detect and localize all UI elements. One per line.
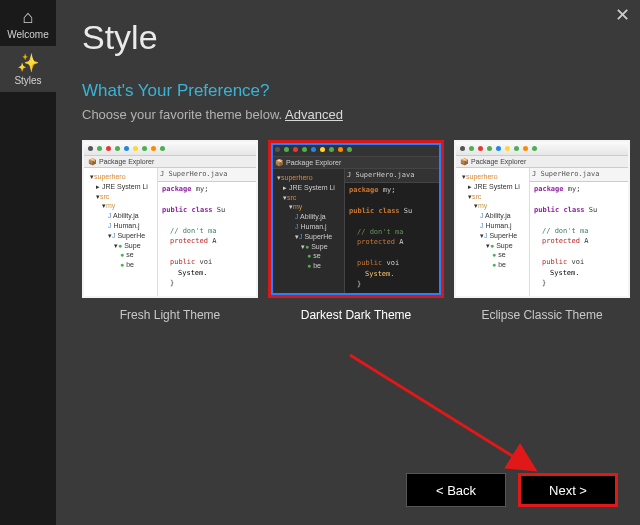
home-icon: ⌂ xyxy=(23,8,34,26)
description-text: Choose your favorite theme below. xyxy=(82,107,285,122)
advanced-link[interactable]: Advanced xyxy=(285,107,343,122)
page-subtitle: What's Your Preference? xyxy=(82,81,614,101)
theme-card-fresh-light[interactable]: 📦Package Explorer ▾superhero ▸ JRE Syste… xyxy=(82,140,258,322)
sparkle-icon: ✨ xyxy=(17,54,39,72)
sidebar-item-label: Styles xyxy=(14,75,41,86)
sidebar-item-label: Welcome xyxy=(7,29,49,40)
theme-preview: 📦Package Explorer ▾superhero ▸ JRE Syste… xyxy=(268,140,444,298)
theme-label: Fresh Light Theme xyxy=(120,308,221,322)
sidebar: ⌂ Welcome ✨ Styles xyxy=(0,0,56,525)
sidebar-item-welcome[interactable]: ⌂ Welcome xyxy=(0,0,56,46)
main-content: Style What's Your Preference? Choose you… xyxy=(56,0,640,525)
page-title: Style xyxy=(82,18,614,57)
theme-list: 📦Package Explorer ▾superhero ▸ JRE Syste… xyxy=(82,140,614,322)
theme-label: Darkest Dark Theme xyxy=(301,308,411,322)
page-description: Choose your favorite theme below. Advanc… xyxy=(82,107,614,122)
footer-buttons: < Back Next > xyxy=(406,473,618,507)
theme-card-eclipse-classic[interactable]: 📦Package Explorer ▾superhero ▸ JRE Syste… xyxy=(454,140,630,322)
back-button[interactable]: < Back xyxy=(406,473,506,507)
explorer-title: Package Explorer xyxy=(99,158,154,165)
theme-label: Eclipse Classic Theme xyxy=(481,308,602,322)
theme-preview: 📦Package Explorer ▾superhero ▸ JRE Syste… xyxy=(82,140,258,298)
next-button[interactable]: Next > xyxy=(518,473,618,507)
sidebar-item-styles[interactable]: ✨ Styles xyxy=(0,46,56,92)
explorer-title: Package Explorer xyxy=(286,159,341,166)
explorer-title: Package Explorer xyxy=(471,158,526,165)
theme-preview: 📦Package Explorer ▾superhero ▸ JRE Syste… xyxy=(454,140,630,298)
theme-card-darkest-dark[interactable]: 📦Package Explorer ▾superhero ▸ JRE Syste… xyxy=(268,140,444,322)
